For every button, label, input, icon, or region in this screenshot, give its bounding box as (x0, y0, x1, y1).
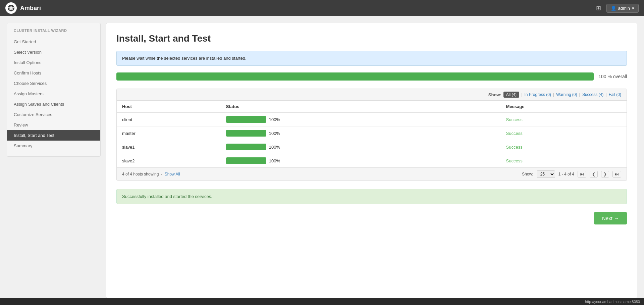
success-box: Successfully installed and started the s… (116, 189, 627, 204)
row-progress: 100% (226, 116, 495, 123)
status-cell: 100% (221, 126, 501, 140)
user-icon: 👤 (611, 6, 616, 11)
table-row: slave2 100% Success (117, 154, 627, 168)
table-row: master 100% Success (117, 126, 627, 140)
message-cell: Success (501, 126, 627, 140)
col-host: Host (117, 101, 221, 113)
main-layout: CLUSTER INSTALL WIZARD Get Started Selec… (0, 16, 644, 305)
row-progress: 100% (226, 144, 495, 150)
row-bar-inner (226, 130, 266, 137)
showing-text: 4 of 4 hosts showing - Show All (122, 172, 180, 176)
host-table: Host Status Message client 100% Successm… (117, 101, 627, 167)
navbar-right: ⊞ 👤 admin ▾ (596, 4, 639, 13)
row-bar-inner (226, 157, 266, 164)
first-page-btn[interactable]: ⏮ (578, 171, 586, 177)
row-pct: 100% (269, 117, 280, 122)
sidebar-item-choose-services[interactable]: Choose Services (7, 78, 100, 89)
filter-warning-link[interactable]: Warning (0) (556, 92, 577, 97)
dropdown-icon: ▾ (632, 6, 634, 11)
brand-label: Ambari (20, 5, 41, 12)
row-bar-outer (226, 157, 266, 164)
sidebar-item-review[interactable]: Review (7, 120, 100, 130)
navbar: Ambari ⊞ 👤 admin ▾ (0, 0, 644, 16)
row-bar-inner (226, 116, 266, 123)
sep4: | (605, 92, 606, 97)
overall-progress-fill (116, 72, 594, 81)
host-cell: master (117, 126, 221, 140)
message-cell: Success (501, 140, 627, 154)
sidebar-item-customize-services[interactable]: Customize Services (7, 109, 100, 120)
overall-progress-bar (116, 72, 594, 81)
per-page-select[interactable]: 25 50 100 (537, 170, 555, 178)
next-button[interactable]: Next → (594, 212, 627, 224)
table-footer: 4 of 4 hosts showing - Show All Show: 25… (117, 167, 627, 181)
sep1: | (521, 92, 522, 97)
last-page-btn[interactable]: ⏭ (612, 171, 621, 177)
row-bar-outer (226, 116, 266, 123)
status-bar: http://your.ambari.hostname:8080 (0, 298, 644, 305)
table-row: slave1 100% Success (117, 140, 627, 154)
grid-icon[interactable]: ⊞ (596, 4, 601, 12)
filter-all-btn[interactable]: All (4) (503, 92, 519, 98)
row-pct: 100% (269, 158, 280, 163)
row-progress: 100% (226, 157, 495, 164)
sidebar-item-install-options[interactable]: Install Options (7, 57, 100, 68)
sidebar-item-assign-masters[interactable]: Assign Masters (7, 89, 100, 99)
overall-progress-wrap: 100 % overall (116, 72, 627, 81)
host-cell: slave2 (117, 154, 221, 168)
host-cell: client (117, 113, 221, 126)
admin-label: admin (618, 6, 630, 11)
sidebar: CLUSTER INSTALL WIZARD Get Started Selec… (7, 23, 101, 157)
show-all-link[interactable]: Show All (165, 172, 180, 176)
admin-button[interactable]: 👤 admin ▾ (606, 4, 639, 13)
host-cell: slave1 (117, 140, 221, 154)
row-bar-outer (226, 130, 266, 137)
status-cell: 100% (221, 113, 501, 126)
page-title: Install, Start and Test (116, 33, 627, 44)
row-pct: 100% (269, 145, 280, 150)
filter-in-progress-link[interactable]: In Progress (0) (525, 92, 551, 97)
message-cell: Success (501, 154, 627, 168)
sep2: | (553, 92, 554, 97)
next-page-btn[interactable]: ❯ (601, 171, 609, 177)
col-message: Message (501, 101, 627, 113)
row-bar-outer (226, 144, 266, 150)
sidebar-item-install-start-test[interactable]: Install, Start and Test (7, 130, 100, 141)
status-url: http://your.ambari.hostname:8080 (585, 300, 640, 304)
row-bar-inner (226, 144, 266, 150)
brand: Ambari (5, 2, 41, 14)
content-area: Install, Start and Test Please wait whil… (106, 23, 637, 298)
row-progress: 100% (226, 130, 495, 137)
wizard-title: CLUSTER INSTALL WIZARD (7, 29, 100, 37)
sidebar-item-assign-slaves[interactable]: Assign Slaves and Clients (7, 99, 100, 109)
info-message: Please wait while the selected services … (122, 56, 247, 61)
row-pct: 100% (269, 131, 280, 136)
message-cell: Success (501, 113, 627, 126)
pagination-area: Show: 25 50 100 1 - 4 of 4 ⏮ ❮ ❯ ⏭ (522, 170, 621, 178)
ambari-logo (5, 2, 17, 14)
table-row: client 100% Success (117, 113, 627, 126)
info-box: Please wait while the selected services … (116, 51, 627, 66)
showing-count: 4 of 4 hosts showing (122, 172, 159, 176)
show-label: Show: (488, 92, 501, 97)
overall-progress-label: 100 % overall (598, 74, 627, 79)
sidebar-item-confirm-hosts[interactable]: Confirm Hosts (7, 68, 100, 78)
sep3: | (579, 92, 580, 97)
action-bar: Next → (116, 212, 627, 224)
sidebar-item-summary[interactable]: Summary (7, 141, 100, 151)
show-per-page-label: Show: (522, 172, 533, 176)
col-status: Status (221, 101, 501, 113)
hosts-table-wrapper: Show: All (4) | In Progress (0) | Warnin… (116, 89, 627, 181)
prev-page-btn[interactable]: ❮ (590, 171, 598, 177)
sidebar-item-get-started[interactable]: Get Started (7, 37, 100, 47)
filter-success-link[interactable]: Success (4) (582, 92, 603, 97)
page-range: 1 - 4 of 4 (558, 172, 574, 176)
filter-bar: Show: All (4) | In Progress (0) | Warnin… (117, 89, 627, 101)
status-cell: 100% (221, 154, 501, 168)
filter-fail-link[interactable]: Fail (0) (609, 92, 621, 97)
sidebar-item-select-version[interactable]: Select Version (7, 47, 100, 57)
status-cell: 100% (221, 140, 501, 154)
success-message: Successfully installed and started the s… (122, 194, 212, 199)
